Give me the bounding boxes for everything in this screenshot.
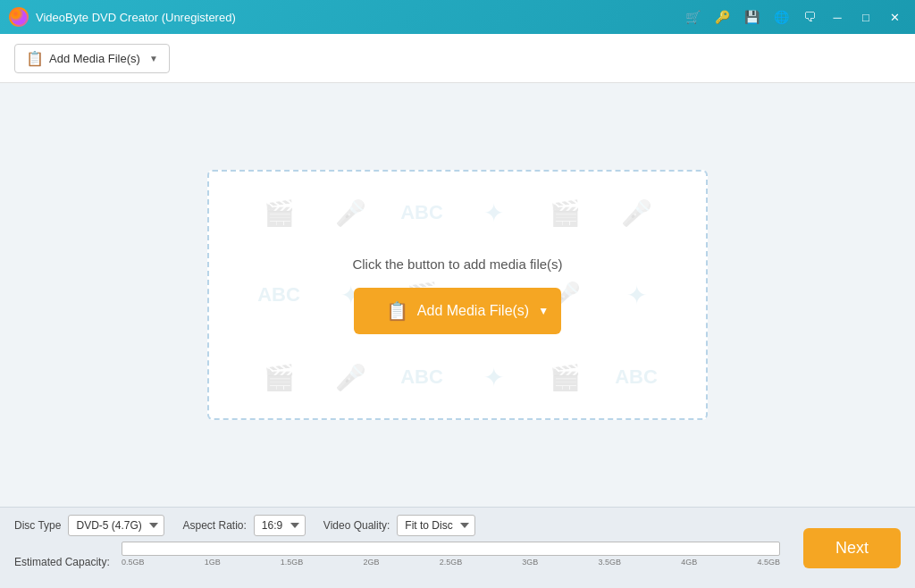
bg-icon-3: ✦ (458, 189, 529, 238)
toolbar: 📋 Add Media File(s) ▼ (0, 34, 915, 83)
capacity-row: Estimated Capacity: 0.5GB 1GB 1.5GB 2GB … (14, 542, 780, 583)
tick-8: 4.5GB (757, 558, 780, 567)
bg-text-1: ABC (386, 189, 458, 238)
app-logo (9, 7, 29, 27)
bg-icon-4: 🎬 (529, 189, 600, 238)
maximize-button[interactable]: □ (854, 5, 877, 29)
capacity-label: Estimated Capacity: (14, 556, 113, 568)
bg-icon-10: 🎬 (243, 353, 315, 402)
cart-icon[interactable]: 🛒 (681, 8, 705, 26)
main-content: 🎬 🎤 ABC ✦ 🎬 🎤 ABC ✦ 🎬 ABC 🎤 ✦ 🎬 🎤 ABC ✦ … (0, 83, 915, 507)
drop-zone-prompt: Click the button to add media file(s) (352, 256, 562, 272)
bottom-bar: Disc Type DVD-5 (4.7G) DVD-9 (8.5G) Aspe… (0, 507, 915, 588)
video-quality-select[interactable]: Fit to Disc High Medium Low (397, 515, 475, 536)
drop-zone-inner: Click the button to add media file(s) 📋 … (352, 256, 562, 334)
drop-zone: 🎬 🎤 ABC ✦ 🎬 🎤 ABC ✦ 🎬 ABC 🎤 ✦ 🎬 🎤 ABC ✦ … (207, 170, 708, 420)
tick-7: 4GB (681, 558, 697, 567)
feedback-icon[interactable]: 🗨 (799, 8, 820, 26)
tick-1: 1GB (205, 558, 221, 567)
window-controls: 🛒 🔑 💾 🌐 🗨 ─ □ ✕ (681, 5, 906, 29)
disc-type-label: Disc Type (14, 519, 61, 532)
aspect-ratio-label: Aspect Ratio: (182, 519, 246, 532)
tick-4: 2.5GB (440, 558, 463, 567)
aspect-ratio-group: Aspect Ratio: 16:9 4:3 (182, 515, 305, 536)
add-media-large-arrow: ▼ (538, 305, 549, 317)
bg-icon-11: 🎤 (315, 353, 386, 402)
add-media-large-button[interactable]: 📋 Add Media File(s) ▼ (354, 288, 561, 334)
disc-type-select[interactable]: DVD-5 (4.7G) DVD-9 (8.5G) (68, 515, 164, 536)
bg-icon-2: 🎤 (315, 189, 386, 238)
bg-text-2: ABC (243, 271, 315, 320)
tick-2: 1.5GB (281, 558, 304, 567)
tick-0: 0.5GB (122, 558, 145, 567)
bg-icon-5: 🎤 (600, 189, 672, 238)
video-quality-label: Video Quality: (323, 519, 390, 532)
bg-icon-1: 🎬 (243, 189, 315, 238)
add-media-small-label: Add Media File(s) (49, 52, 140, 65)
dropdown-arrow-icon: ▼ (149, 54, 158, 63)
next-button[interactable]: Next (803, 528, 901, 568)
support-icon[interactable]: 🌐 (769, 8, 793, 26)
video-quality-group: Video Quality: Fit to Disc High Medium L… (323, 515, 476, 536)
tick-6: 3.5GB (599, 558, 622, 567)
add-file-icon: 📋 (26, 50, 44, 67)
svg-point-0 (11, 9, 27, 25)
title-bar: VideoByte DVD Creator (Unregistered) 🛒 🔑… (0, 0, 915, 34)
settings-row: Disc Type DVD-5 (4.7G) DVD-9 (8.5G) Aspe… (14, 515, 780, 536)
tick-3: 2GB (364, 558, 380, 567)
minimize-button[interactable]: ─ (826, 5, 849, 29)
bg-text-4: ABC (386, 353, 458, 402)
aspect-ratio-select[interactable]: 16:9 4:3 (254, 515, 306, 536)
bg-icon-13: 🎬 (529, 353, 600, 402)
bg-icon-9: ✦ (600, 271, 672, 320)
save-icon[interactable]: 💾 (740, 8, 764, 26)
app-title: VideoByte DVD Creator (Unregistered) (36, 11, 681, 24)
capacity-bar (122, 542, 780, 556)
add-media-large-icon: 📋 (386, 300, 408, 322)
add-media-large-label: Add Media File(s) (417, 303, 529, 319)
close-button[interactable]: ✕ (883, 5, 906, 29)
disc-type-group: Disc Type DVD-5 (4.7G) DVD-9 (8.5G) (14, 515, 164, 536)
add-media-small-button[interactable]: 📋 Add Media File(s) ▼ (14, 44, 170, 73)
bg-icon-12: ✦ (458, 353, 529, 402)
tick-5: 3GB (522, 558, 538, 567)
bg-text-5: ABC (600, 353, 672, 402)
key-icon[interactable]: 🔑 (710, 8, 735, 26)
